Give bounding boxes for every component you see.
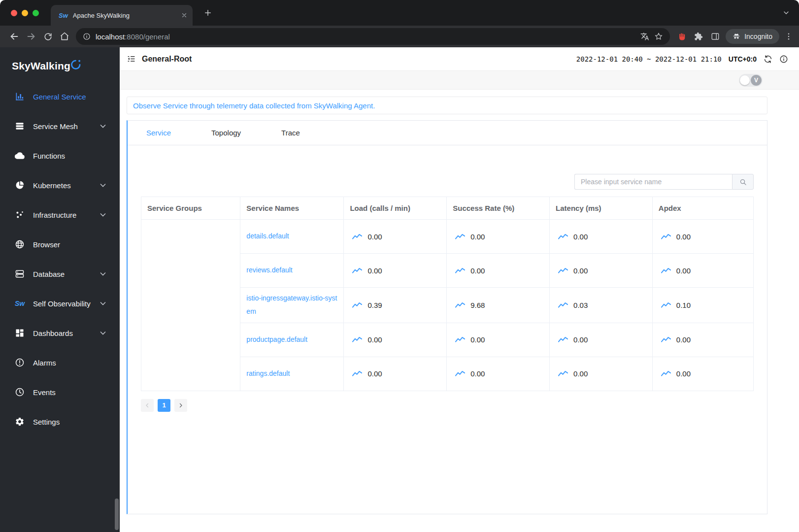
sidebar-item-label: Database	[33, 270, 65, 278]
trend-chart-icon[interactable]	[352, 267, 362, 274]
service-name-link[interactable]: productpage.default	[246, 335, 307, 343]
back-button[interactable]	[6, 28, 23, 45]
reload-button[interactable]	[39, 28, 56, 45]
info-icon[interactable]	[779, 55, 788, 64]
metric-value-wrap: 0.00	[556, 335, 646, 344]
service-card: ServiceTopologyTrace Service GroupsServi…	[127, 120, 767, 514]
home-button[interactable]	[56, 28, 73, 45]
version-toggle[interactable]: V	[739, 74, 763, 87]
dashboard-toolbar: V	[120, 71, 799, 90]
trend-chart-icon[interactable]	[352, 336, 362, 343]
extension-icons	[675, 32, 726, 41]
sidebar-item-settings[interactable]: Settings	[0, 407, 120, 436]
collapse-sidebar-icon[interactable]	[127, 54, 136, 64]
pagination-prev-button[interactable]	[141, 399, 154, 412]
refresh-icon[interactable]	[764, 55, 772, 64]
metric-value-wrap: 0.00	[350, 369, 440, 378]
tab-service[interactable]: Service	[146, 129, 171, 137]
sidebar-item-browser[interactable]: Browser	[0, 230, 120, 259]
trend-chart-icon[interactable]	[455, 233, 465, 240]
trend-chart-icon[interactable]	[661, 302, 671, 308]
side-panel-icon[interactable]	[711, 32, 720, 41]
page-title: General-Root	[142, 55, 192, 64]
trend-chart-icon[interactable]	[558, 302, 568, 308]
trend-chart-icon[interactable]	[455, 302, 465, 308]
sidebar-item-infrastructure[interactable]: Infrastructure	[0, 200, 120, 230]
metric-value: 0.00	[367, 335, 382, 344]
column-header-latency-ms: Latency (ms)	[550, 197, 653, 220]
close-window-button[interactable]	[11, 10, 17, 16]
new-tab-button[interactable]	[200, 5, 215, 20]
logo-text: SkyWalking	[12, 60, 70, 72]
bookmark-star-icon[interactable]	[654, 32, 663, 41]
browser-menu-icon[interactable]	[784, 32, 793, 41]
sidebar-item-dashboards[interactable]: Dashboards	[0, 318, 120, 348]
alarm-icon	[15, 358, 25, 367]
metric-value-wrap: 0.00	[556, 369, 646, 378]
page-header: General-Root 2022-12-01 20:40 ~ 2022-12-…	[120, 47, 799, 71]
service-name-link[interactable]: details.default	[246, 232, 289, 240]
header-controls: 2022-12-01 20:40 ~ 2022-12-01 21:10 UTC+…	[576, 55, 788, 64]
apdex-cell: 0.00	[652, 357, 753, 391]
sidebar-item-functions[interactable]: Functions	[0, 141, 120, 170]
trend-chart-icon[interactable]	[455, 370, 465, 377]
service-name-link[interactable]: reviews.default	[246, 266, 292, 274]
service-name-link[interactable]: ratings.default	[246, 369, 290, 377]
browser-tab[interactable]: Sw Apache SkyWalking	[51, 5, 193, 26]
metric-value: 0.00	[676, 335, 691, 344]
tab-trace[interactable]: Trace	[281, 129, 300, 137]
tab-topology[interactable]: Topology	[211, 129, 241, 137]
sidebar-item-database[interactable]: Database	[0, 259, 120, 289]
metric-value-wrap: 0.00	[453, 369, 543, 378]
success-rate-cell: 0.00	[447, 254, 550, 288]
sidebar-scrollbar[interactable]	[115, 499, 119, 530]
service-name-cell: reviews.default	[240, 254, 344, 288]
trend-chart-icon[interactable]	[661, 370, 671, 377]
trend-chart-icon[interactable]	[352, 370, 362, 377]
address-bar[interactable]: localhost:8080/general	[76, 28, 670, 45]
sidebar-item-alarms[interactable]: Alarms	[0, 348, 120, 377]
site-info-icon[interactable]	[83, 33, 91, 40]
trend-chart-icon[interactable]	[558, 370, 568, 377]
browser-toolbar: localhost:8080/general Incognito	[0, 26, 799, 47]
translate-icon[interactable]	[640, 32, 649, 41]
trend-chart-icon[interactable]	[455, 267, 465, 274]
latency-cell: 0.03	[550, 288, 653, 323]
column-header-service-names: Service Names	[240, 197, 344, 220]
tab-search-chevron-icon[interactable]	[782, 9, 790, 17]
service-search-input[interactable]	[574, 174, 732, 190]
sidebar-item-kubernetes[interactable]: Kubernetes	[0, 170, 120, 200]
trend-chart-icon[interactable]	[661, 336, 671, 343]
url-host: localhost	[96, 33, 125, 41]
adblock-hand-icon[interactable]	[678, 33, 686, 41]
sidebar-item-general-service[interactable]: General Service	[0, 82, 120, 111]
trend-chart-icon[interactable]	[558, 233, 568, 240]
table-header-row: Service GroupsService NamesLoad (calls /…	[141, 197, 754, 220]
trend-chart-icon[interactable]	[661, 267, 671, 274]
trend-chart-icon[interactable]	[661, 233, 671, 240]
tab-close-icon[interactable]	[181, 12, 188, 19]
bar-chart-icon	[15, 92, 25, 101]
timezone-label: UTC+0:0	[729, 55, 757, 63]
time-range-picker[interactable]: 2022-12-01 20:40 ~ 2022-12-01 21:10	[576, 55, 722, 63]
trend-chart-icon[interactable]	[558, 267, 568, 274]
sidebar-item-self-observability[interactable]: SwSelf Observability	[0, 289, 120, 318]
trend-chart-icon[interactable]	[455, 336, 465, 343]
trend-chart-icon[interactable]	[352, 302, 362, 308]
cloud-icon	[15, 151, 25, 161]
load-cell: 0.00	[344, 254, 447, 288]
url-text: localhost:8080/general	[96, 33, 635, 41]
minimize-window-button[interactable]	[22, 10, 28, 16]
search-button[interactable]	[732, 174, 754, 190]
extensions-puzzle-icon[interactable]	[694, 32, 703, 41]
dashboard-content: Observe Service through telemetry data c…	[120, 90, 799, 532]
pagination-page-1[interactable]: 1	[158, 399, 170, 412]
sidebar-item-service-mesh[interactable]: Service Mesh	[0, 111, 120, 141]
pagination-next-button[interactable]	[174, 399, 187, 412]
trend-chart-icon[interactable]	[558, 336, 568, 343]
trend-chart-icon[interactable]	[352, 233, 362, 240]
sidebar-item-events[interactable]: Events	[0, 377, 120, 407]
service-name-link[interactable]: istio-ingressgateway.istio-system	[246, 294, 337, 315]
zoom-window-button[interactable]	[33, 10, 39, 16]
forward-button[interactable]	[23, 28, 39, 45]
